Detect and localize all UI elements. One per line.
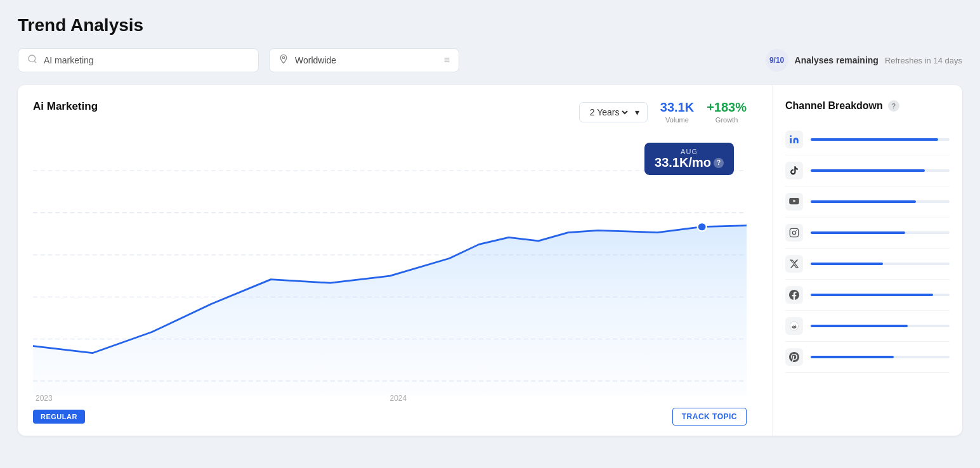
channel-bar-track [811,231,950,234]
tooltip-month: AUG [655,148,724,155]
page-title: Trend Analysis [18,15,962,36]
analyses-badge: 9/10 [766,49,788,72]
channel-item [785,218,950,249]
channel-item [785,342,950,373]
track-topic-button[interactable]: TRACK TOPIC [672,408,747,426]
channel-icon-tt [785,162,803,179]
channel-icon-x [785,255,803,273]
svg-point-9 [698,223,707,231]
channel-bar-track [811,325,950,327]
channel-icon-ig [785,224,803,242]
channel-bar-fill [811,294,933,296]
channel-bar-track [811,138,950,141]
chart-title: Ai Marketing [33,100,98,113]
tooltip-info-icon[interactable]: ? [714,158,724,168]
chart-controls: 1 Year 2 Years 5 Years ▾ 33.1K Volume +1… [579,100,747,124]
regular-badge: REGULAR [33,410,85,424]
chart-tooltip: AUG 33.1K/mo ? [644,143,734,175]
volume-stat: 33.1K Volume [660,100,694,124]
location-text: Worldwide [295,55,438,65]
channel-list [785,124,950,373]
channel-item [785,280,950,311]
chevron-down-icon: ▾ [635,107,639,117]
growth-value: +183% [707,100,747,115]
channel-bar-fill [811,200,916,203]
menu-icon: ≡ [444,55,450,66]
chart-area: AUG 33.1K/mo ? [33,129,747,395]
channel-bar-track [811,356,950,358]
x-label-2023: 2023 [36,394,53,403]
channel-item [785,311,950,342]
sidebar-title: Channel Breakdown ? [785,100,950,112]
channel-bar-track [811,294,950,296]
search-input[interactable] [44,55,249,65]
svg-point-0 [29,55,36,62]
channel-item [785,249,950,280]
channel-bar-fill [811,138,938,141]
chart-panel: Ai Marketing 1 Year 2 Years 5 Years ▾ 33… [18,85,762,436]
channel-bar-track [811,263,950,265]
tooltip-value: 33.1K/mo ? [655,155,724,170]
channel-icon-pt [785,348,803,366]
channel-icon-rd [785,317,803,335]
sidebar-panel: Channel Breakdown ? [772,85,962,436]
years-select[interactable]: 1 Year 2 Years 5 Years ▾ [579,102,648,122]
x-label-2024: 2024 [390,394,407,403]
channel-icon-fb [785,286,803,304]
location-icon [278,54,289,67]
channel-icon-yt [785,193,803,211]
channel-bar-track [811,169,950,172]
channel-item [785,186,950,218]
volume-label: Volume [660,116,694,124]
search-icon [27,54,37,67]
svg-point-10 [790,135,792,137]
channel-bar-fill [811,325,908,327]
location-box[interactable]: Worldwide ≡ [269,48,459,72]
trend-chart-svg [33,129,747,395]
main-content: Ai Marketing 1 Year 2 Years 5 Years ▾ 33… [18,85,962,436]
channel-item [785,155,950,186]
svg-line-1 [34,61,36,63]
channel-bar-fill [811,263,883,265]
chart-footer: REGULAR TRACK TOPIC [33,408,747,426]
channel-bar-fill [811,356,894,358]
channel-icon-in [785,131,803,148]
channel-bar-fill [811,169,925,172]
channel-bar-fill [811,231,905,234]
svg-point-13 [796,230,797,231]
svg-point-12 [792,231,795,234]
volume-value: 33.1K [660,100,694,115]
growth-label: Growth [707,116,747,124]
analyses-label: Analyses remaining [795,55,879,65]
chart-header: Ai Marketing 1 Year 2 Years 5 Years ▾ 33… [33,100,747,124]
svg-rect-11 [790,228,798,237]
analyses-refresh: Refreshes in 14 days [885,56,962,65]
top-bar: Worldwide ≡ 9/10 Analyses remaining Refr… [18,48,962,72]
analyses-info: 9/10 Analyses remaining Refreshes in 14 … [766,49,962,72]
x-axis-labels: 2023 2024 [33,394,747,403]
search-box[interactable] [18,48,259,72]
help-icon[interactable]: ? [888,100,899,112]
channel-bar-track [811,200,950,203]
growth-stat: +183% Growth [707,100,747,124]
years-dropdown[interactable]: 1 Year 2 Years 5 Years [587,107,630,118]
channel-item [785,124,950,155]
svg-point-2 [282,56,284,58]
